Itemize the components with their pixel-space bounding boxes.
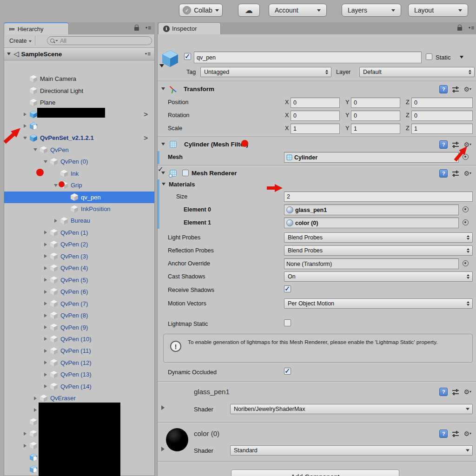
tree-item[interactable]: Directional Light: [4, 85, 154, 97]
position-y-field[interactable]: 0: [351, 98, 400, 108]
expand-triangle-icon[interactable]: [30, 144, 40, 156]
tree-item[interactable]: QvPen: [4, 144, 154, 156]
scale-x-field[interactable]: 1: [291, 124, 340, 134]
search-input[interactable]: All: [47, 36, 152, 45]
help-icon[interactable]: ?: [439, 85, 448, 93]
mesh-renderer-enabled-checkbox[interactable]: [182, 170, 189, 176]
tree-item[interactable]: QvPen (4): [4, 262, 154, 274]
collapse-triangle-icon[interactable]: [20, 108, 30, 120]
tree-item[interactable]: QvPen (8): [4, 310, 154, 321]
material-foldout-icon[interactable]: [161, 405, 165, 410]
account-dropdown[interactable]: Account: [269, 4, 327, 17]
tree-item[interactable]: QvPen (6): [4, 286, 154, 298]
mesh-renderer-header[interactable]: Mesh Renderer ?⚙: [158, 166, 476, 179]
mesh-object-field[interactable]: Cylinder: [284, 152, 459, 163]
tree-item-selected[interactable]: qv_pen: [4, 192, 154, 203]
tree-item[interactable]: Plane: [4, 97, 154, 108]
material-foldout-icon[interactable]: [161, 447, 165, 451]
shader-dropdown[interactable]: Standard: [230, 445, 473, 456]
tab-hierarchy[interactable]: ≔ Hierarchy: [4, 22, 69, 34]
preset-icon[interactable]: [452, 86, 459, 93]
tree-item[interactable]: InkPosition: [4, 203, 154, 215]
tree-item[interactable]: QvPen (9): [4, 322, 154, 333]
gear-icon[interactable]: ⚙: [463, 389, 471, 395]
light-probes-dropdown[interactable]: Blend Probes: [284, 232, 473, 243]
receive-shadows-checkbox[interactable]: [284, 285, 291, 292]
collapse-triangle-icon[interactable]: [40, 298, 50, 310]
collab-button[interactable]: ✓ Collab: [179, 4, 223, 17]
tab-inspector[interactable]: i Inspector: [158, 22, 221, 34]
static-checkbox[interactable]: [426, 53, 432, 60]
prefab-arrow-icon[interactable]: >: [144, 134, 148, 142]
foldout-icon[interactable]: [161, 143, 165, 145]
collapse-triangle-icon[interactable]: [40, 227, 50, 238]
preset-icon[interactable]: [452, 389, 459, 395]
tree-item[interactable]: QvPen (13): [4, 369, 154, 380]
materials-foldout-icon[interactable]: [162, 183, 165, 185]
preset-icon[interactable]: [452, 430, 459, 437]
preset-icon[interactable]: [452, 141, 459, 148]
lock-icon[interactable]: [134, 27, 139, 31]
rotation-x-field[interactable]: 0: [291, 111, 340, 121]
help-icon[interactable]: ?: [439, 140, 448, 149]
tree-item[interactable]: QvPenSet_v2.1.2.1>: [4, 132, 154, 144]
layout-dropdown[interactable]: Layout: [408, 4, 468, 17]
tree-item[interactable]: QvPen (0): [4, 156, 154, 167]
element1-object-field[interactable]: color (0): [284, 218, 459, 228]
anchor-override-picker[interactable]: [463, 260, 469, 266]
collapse-triangle-icon[interactable]: [40, 274, 50, 286]
tree-item[interactable]: QvPen (10): [4, 333, 154, 345]
collapse-triangle-icon[interactable]: [40, 357, 50, 369]
collapse-triangle-icon[interactable]: [40, 251, 50, 262]
prefab-arrow-icon[interactable]: >: [144, 110, 148, 118]
gear-icon[interactable]: ⚙: [463, 170, 471, 177]
scale-z-field[interactable]: 1: [411, 124, 473, 134]
name-field[interactable]: qv_pen: [194, 52, 422, 63]
tree-item[interactable]: QvPen (12): [4, 357, 154, 369]
collapse-triangle-icon[interactable]: [51, 215, 60, 226]
materials-size-field[interactable]: 2: [284, 192, 473, 202]
lightmap-static-checkbox[interactable]: [284, 319, 291, 326]
collapse-triangle-icon[interactable]: [40, 381, 50, 392]
collapse-triangle-icon[interactable]: [40, 369, 50, 380]
cast-shadows-dropdown[interactable]: On: [284, 271, 473, 282]
collapse-triangle-icon[interactable]: [20, 440, 30, 451]
help-icon[interactable]: ?: [439, 169, 448, 178]
tree-item[interactable]: Ink: [4, 168, 154, 179]
position-x-field[interactable]: 0: [291, 98, 340, 108]
reflection-probes-dropdown[interactable]: Blend Probes: [284, 245, 473, 256]
tree-item[interactable]: QvPen (14): [4, 381, 154, 392]
element0-picker[interactable]: [463, 206, 469, 212]
tree-item[interactable]: Main Camera: [4, 73, 154, 85]
scene-foldout-icon[interactable]: [7, 53, 11, 55]
layers-dropdown[interactable]: Layers: [342, 4, 401, 17]
tree-item[interactable]: QvPen (5): [4, 274, 154, 286]
expand-triangle-icon[interactable]: [20, 132, 30, 144]
collapse-triangle-icon[interactable]: [40, 345, 50, 357]
scale-y-field[interactable]: 1: [351, 124, 400, 134]
dynamic-occluded-checkbox[interactable]: [284, 368, 291, 375]
tree-item[interactable]: QvPen (11): [4, 345, 154, 357]
collapse-triangle-icon[interactable]: [40, 322, 50, 333]
anchor-override-field[interactable]: None (Transform): [284, 258, 459, 269]
collapse-triangle-icon[interactable]: [40, 238, 50, 250]
rotation-z-field[interactable]: 0: [411, 111, 473, 121]
create-button[interactable]: Create: [6, 36, 35, 46]
gameobject-icon-chevron[interactable]: [159, 64, 164, 67]
gear-icon[interactable]: ⚙: [463, 86, 471, 93]
collapse-triangle-icon[interactable]: [40, 262, 50, 274]
mesh-filter-header[interactable]: Cylinder (Mesh Filter) ?⚙: [158, 138, 476, 151]
active-checkbox[interactable]: [184, 53, 191, 60]
collapse-triangle-icon[interactable]: [20, 428, 30, 440]
tree-item[interactable]: QvPen (3): [4, 251, 154, 262]
foldout-icon[interactable]: [161, 87, 165, 90]
tree-item[interactable]: Grip: [4, 179, 154, 191]
scene-header[interactable]: ◁ SampleScene ≡: [4, 48, 154, 60]
preset-icon[interactable]: [452, 170, 459, 177]
tag-dropdown[interactable]: Untagged: [200, 67, 331, 77]
panel-menu-icon[interactable]: ≡: [145, 25, 151, 31]
collapse-triangle-icon[interactable]: [40, 333, 50, 345]
help-icon[interactable]: ?: [439, 430, 448, 438]
scene-menu-icon[interactable]: ≡: [145, 51, 151, 57]
tree-item-redacted[interactable]: [4, 120, 154, 132]
